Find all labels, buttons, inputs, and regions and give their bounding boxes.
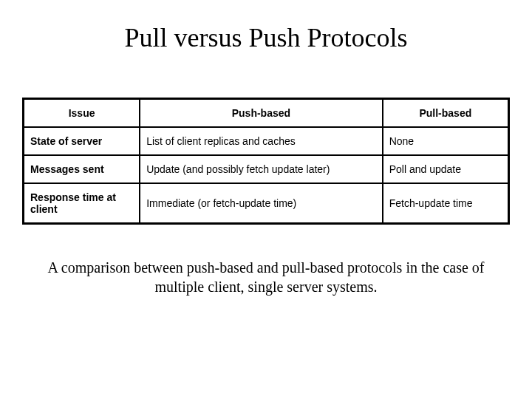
cell-pull: None bbox=[383, 127, 509, 155]
cell-issue: Messages sent bbox=[24, 155, 140, 183]
header-push: Push-based bbox=[140, 99, 383, 128]
cell-pull: Poll and update bbox=[383, 155, 509, 183]
table-row: Response time at client Immediate (or fe… bbox=[24, 183, 509, 224]
header-pull: Pull-based bbox=[383, 99, 509, 128]
cell-push: Immediate (or fetch-update time) bbox=[140, 183, 383, 224]
table-header-row: Issue Push-based Pull-based bbox=[24, 99, 509, 128]
table-row: Messages sent Update (and possibly fetch… bbox=[24, 155, 509, 183]
cell-pull: Fetch-update time bbox=[383, 183, 509, 224]
cell-issue: State of server bbox=[24, 127, 140, 155]
slide-title: Pull versus Push Protocols bbox=[22, 22, 510, 53]
slide-caption: A comparison between push-based and pull… bbox=[22, 258, 510, 296]
cell-push: Update (and possibly fetch update later) bbox=[140, 155, 383, 183]
cell-push: List of client replicas and caches bbox=[140, 127, 383, 155]
table-row: State of server List of client replicas … bbox=[24, 127, 509, 155]
comparison-table: Issue Push-based Pull-based State of ser… bbox=[22, 98, 510, 225]
header-issue: Issue bbox=[24, 99, 140, 128]
cell-issue: Response time at client bbox=[24, 183, 140, 224]
